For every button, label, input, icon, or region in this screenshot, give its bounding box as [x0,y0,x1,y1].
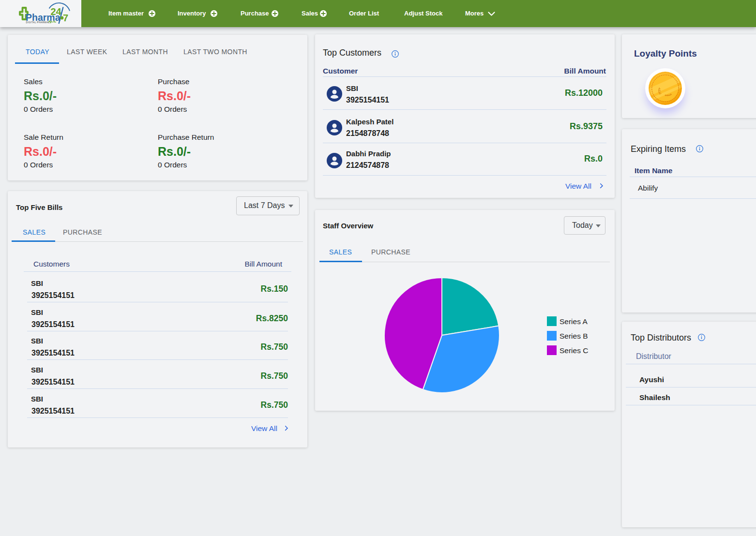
svg-text:24: 24 [51,6,62,17]
svg-text:7: 7 [63,13,68,23]
